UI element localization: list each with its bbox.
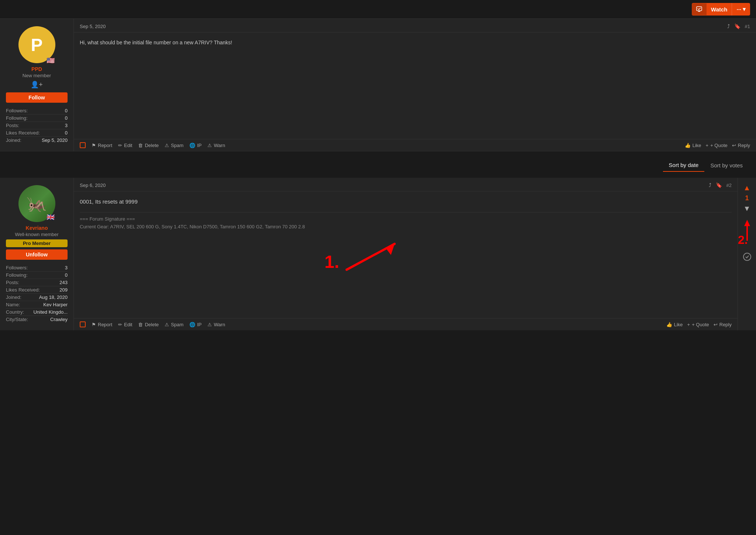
warn-button-1[interactable]: ⚠ Warn [207, 143, 225, 148]
post-2-body: 0001, Its resets at 9999 === Forum Signa… [74, 191, 738, 318]
vote-count: 1 [745, 194, 749, 202]
delete-button-1[interactable]: 🗑 Delete [138, 143, 159, 148]
svg-point-7 [743, 253, 751, 260]
reply-label-1: Reply [738, 143, 750, 148]
edit-button-2[interactable]: ✏ Edit [118, 322, 132, 327]
warn-label-2: Warn [214, 322, 225, 327]
quote-label-2: + Quote [692, 322, 709, 327]
stat2-city: City/State: Crawley [6, 316, 68, 323]
report-button-2[interactable]: ⚑ Report [92, 322, 112, 327]
stat2-city-value: Crawley [50, 317, 68, 322]
stat2-followers: Followers: 3 [6, 264, 68, 272]
stat2-joined: Joined: Aug 18, 2020 [6, 294, 68, 301]
unfollow-button[interactable]: Unfollow [6, 249, 68, 260]
post-1-date: Sep 5, 2020 [80, 24, 106, 29]
ip-label-1: IP [197, 143, 202, 148]
stat2-followers-value: 3 [65, 265, 68, 270]
quote-button-1[interactable]: + + Quote [706, 143, 728, 148]
edit-label-1: Edit [124, 143, 132, 148]
ip-icon-2: 🌐 [189, 322, 195, 327]
like-icon-2: 👍 [666, 322, 672, 327]
reply-button-1[interactable]: ↩ Reply [732, 143, 750, 148]
stat2-joined-label: Joined: [6, 294, 21, 300]
post-2-text: 0001, Its resets at 9999 [80, 197, 732, 206]
stat2-country-value: United Kingdo... [33, 309, 68, 315]
stat2-following-label: Following: [6, 272, 28, 278]
stat2-joined-value: Aug 18, 2020 [39, 294, 68, 300]
post-2-header: Sep 6, 2020 ⤴ 🔖 #2 [74, 178, 738, 191]
user-role-kevriano: Well-known member [15, 232, 58, 237]
avatar-letter: P [31, 35, 42, 55]
bookmark-icon[interactable]: 🔖 [734, 23, 740, 29]
likes-value: 0 [65, 130, 68, 136]
report-icon-2: ⚑ [92, 322, 96, 327]
share-icon-2[interactable]: ⤴ [709, 182, 711, 188]
stat2-posts-label: Posts: [6, 280, 19, 285]
upvote-button[interactable]: ▲ [743, 184, 751, 192]
sort-by-date[interactable]: Sort by date [663, 159, 705, 172]
report-label-2: Report [98, 322, 112, 327]
posts-value: 3 [65, 123, 68, 128]
spam-button-1[interactable]: ⚠ Spam [165, 143, 183, 148]
following-label: Following: [6, 115, 28, 121]
joined-value: Sep 5, 2020 [42, 137, 68, 143]
stat-joined: Joined: Sep 5, 2020 [6, 137, 68, 144]
bookmark-icon-2[interactable]: 🔖 [716, 182, 722, 188]
stat2-following-value: 0 [65, 272, 68, 278]
post-1-checkbox[interactable] [80, 142, 86, 148]
delete-icon-2: 🗑 [138, 322, 143, 327]
ip-button-2[interactable]: 🌐 IP [189, 322, 202, 327]
watch-more[interactable]: ··· ▾ [732, 3, 750, 16]
spam-button-2[interactable]: ⚠ Spam [165, 322, 183, 327]
stat2-likes-value: 209 [59, 287, 68, 293]
reply-button-2[interactable]: ↩ Reply [714, 322, 732, 327]
report-label-1: Report [98, 143, 112, 148]
sort-by-votes[interactable]: Sort by votes [704, 159, 749, 171]
svg-text:2.: 2. [738, 233, 748, 246]
top-bar: Watch ··· ▾ [0, 0, 756, 19]
stat2-likes-label: Likes Received: [6, 287, 40, 293]
delete-label-1: Delete [145, 143, 159, 148]
post-2-number: #2 [726, 183, 732, 188]
downvote-button[interactable]: ▼ [743, 204, 751, 213]
share-icon[interactable]: ⤴ [727, 23, 730, 29]
follow-button[interactable]: Follow [6, 92, 68, 103]
stat2-posts-value: 243 [59, 280, 68, 285]
like-button-1[interactable]: 👍 Like [685, 143, 701, 148]
spam-label-2: Spam [171, 322, 183, 327]
watch-icon [692, 3, 707, 15]
vote-annotation-svg: 2. [736, 218, 756, 248]
edit-button-1[interactable]: ✏ Edit [118, 143, 132, 148]
post-1-footer-left: ⚑ Report ✏ Edit 🗑 Delete ⚠ Spam [80, 142, 225, 148]
svg-marker-6 [744, 220, 750, 226]
best-answer-icon[interactable] [743, 252, 752, 263]
like-button-2[interactable]: 👍 Like [666, 322, 683, 327]
watch-label: Watch [707, 3, 732, 16]
username-kevriano[interactable]: Kevriano [26, 225, 48, 231]
report-button-1[interactable]: ⚑ Report [92, 143, 112, 148]
spam-icon-1: ⚠ [165, 143, 169, 148]
stat2-following: Following: 0 [6, 272, 68, 279]
warn-button-2[interactable]: ⚠ Warn [207, 322, 225, 327]
post-1-footer: ⚑ Report ✏ Edit 🗑 Delete ⚠ Spam [74, 139, 756, 151]
user-stats-ppd: Followers: 0 Following: 0 Posts: 3 Likes… [6, 107, 68, 144]
post-2-checkbox[interactable] [80, 321, 86, 327]
signature-title: === Forum Signature === [80, 215, 732, 223]
stat-followers: Followers: 0 [6, 107, 68, 115]
stat2-name: Name: Kev Harper [6, 301, 68, 309]
reply-icon-1: ↩ [732, 143, 736, 148]
delete-button-2[interactable]: 🗑 Delete [138, 322, 159, 327]
ip-button-1[interactable]: 🌐 IP [189, 143, 202, 148]
report-icon-1: ⚑ [92, 143, 96, 148]
posts-label: Posts: [6, 123, 19, 128]
quote-button-2[interactable]: + + Quote [687, 322, 709, 327]
stat2-name-value: Kev Harper [43, 302, 68, 307]
avatar-flag-uk: 🇬🇧 [47, 213, 55, 221]
stat2-followers-label: Followers: [6, 265, 28, 270]
username-ppd[interactable]: PPD [31, 66, 42, 72]
watch-chevron: ▾ [743, 6, 746, 13]
pro-member-badge: Pro Member [6, 239, 68, 247]
followers-label: Followers: [6, 108, 28, 113]
watch-button[interactable]: Watch ··· ▾ [692, 3, 750, 16]
spam-icon-2: ⚠ [165, 322, 169, 327]
